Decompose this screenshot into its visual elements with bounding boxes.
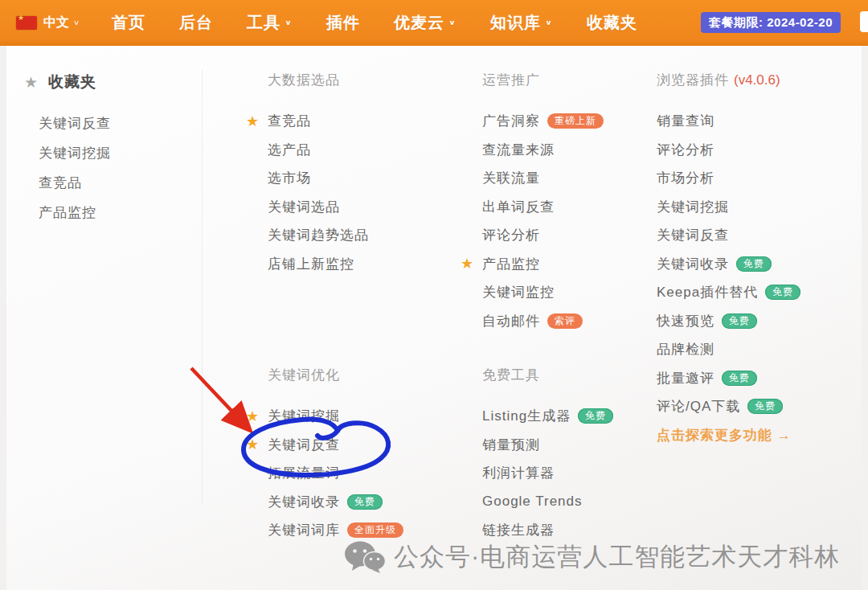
menu-item[interactable]: 关键词反查 bbox=[657, 221, 800, 250]
menu-item[interactable]: 关键词监控 bbox=[482, 278, 604, 307]
menu-item-label: 关联流量 bbox=[482, 169, 540, 187]
menu-item[interactable]: 查流量来源 bbox=[482, 136, 604, 165]
menu-group: 免费工具Listing生成器免费销量预测利润计算器Google Trends链接… bbox=[482, 366, 613, 545]
menu-item[interactable]: 关键词挖掘 bbox=[657, 193, 800, 222]
menu-item-label: 批量邀评 bbox=[657, 369, 714, 387]
star-icon[interactable]: ★ bbox=[246, 408, 260, 425]
top-navigation-bar: 中文 ∨ 首页后台工具∨插件优麦云∨知识库∨收藏夹 套餐期限: 2024-02-… bbox=[0, 0, 868, 46]
favorites-item[interactable]: 关键词反查 bbox=[39, 109, 111, 138]
menu-item[interactable]: Keepa插件替代免费 bbox=[657, 278, 800, 307]
star-icon[interactable]: ★ bbox=[461, 255, 474, 272]
menu-group-title: 免费工具 bbox=[482, 366, 613, 385]
favorites-item[interactable]: 关键词挖掘 bbox=[39, 138, 111, 168]
chevron-down-icon: ∨ bbox=[73, 18, 80, 27]
menu-group-title: 浏览器插件(v4.0.6) bbox=[657, 71, 800, 90]
menu-item-label: 出单词反查 bbox=[482, 198, 555, 216]
menu-item[interactable]: 关键词收录免费 bbox=[657, 250, 800, 279]
menu-item-label: 评论分析 bbox=[482, 226, 540, 244]
menu-item-label: 自动邮件 bbox=[482, 312, 540, 330]
menu-item[interactable]: 选市场 bbox=[268, 164, 369, 193]
favorites-item[interactable]: 产品监控 bbox=[39, 198, 111, 227]
menu-item-label: 链接生成器 bbox=[482, 521, 555, 539]
menu-item[interactable]: 出单词反查 bbox=[482, 193, 604, 222]
nav-item-label: 工具 bbox=[247, 12, 280, 34]
menu-item[interactable]: 自动邮件索评 bbox=[482, 307, 604, 336]
nav-item[interactable]: 首页 bbox=[112, 12, 145, 34]
favorites-item[interactable]: 查竞品 bbox=[39, 168, 111, 198]
nav-item[interactable]: 优麦云∨ bbox=[394, 12, 457, 34]
menu-item[interactable]: Google Trends bbox=[482, 488, 613, 517]
badge: 免费 bbox=[578, 408, 613, 424]
badge: 免费 bbox=[747, 399, 783, 414]
watermark-text: 公众号·电商运营人工智能艺术天才科林 bbox=[394, 540, 840, 574]
menu-item[interactable]: ★查竞品 bbox=[268, 107, 369, 136]
badge: 重磅上新 bbox=[547, 113, 604, 129]
menu-group-title: 运营推广 bbox=[482, 71, 604, 90]
menu-item[interactable]: ★关键词挖掘 bbox=[268, 402, 403, 431]
menu-item-label: Google Trends bbox=[482, 494, 583, 510]
menu-item[interactable]: 广告洞察重磅上新 bbox=[482, 107, 604, 136]
main-nav: 首页后台工具∨插件优麦云∨知识库∨收藏夹 bbox=[112, 12, 637, 34]
menu-item-label: 市场分析 bbox=[657, 169, 714, 187]
star-icon[interactable]: ★ bbox=[246, 436, 260, 453]
menu-item-label: 关键词选品 bbox=[268, 198, 340, 216]
menu-item[interactable]: Listing生成器免费 bbox=[482, 402, 613, 431]
menu-item-label: 关键词趋势选品 bbox=[268, 226, 369, 244]
star-icon: ★ bbox=[24, 73, 38, 92]
menu-item-label: 利润计算器 bbox=[482, 464, 555, 482]
menu-item-label: 关键词挖掘 bbox=[657, 198, 729, 216]
menu-item[interactable]: 选产品 bbox=[268, 136, 369, 165]
menu-item[interactable]: 利润计算器 bbox=[482, 459, 613, 488]
menu-item[interactable]: ★关键词反查 bbox=[268, 431, 403, 460]
nav-item[interactable]: 插件 bbox=[326, 12, 360, 34]
menu-item[interactable]: 评论/QA下载免费 bbox=[657, 392, 800, 421]
menu-item[interactable]: 品牌检测 bbox=[657, 335, 800, 364]
menu-item[interactable]: 关键词选品 bbox=[268, 193, 369, 222]
menu-item[interactable]: 关键词收录免费 bbox=[268, 488, 403, 517]
badge: 免费 bbox=[736, 256, 772, 272]
favorites-list: 关键词反查关键词挖掘查竞品产品监控 bbox=[39, 109, 111, 227]
menu-item[interactable]: 批量邀评免费 bbox=[657, 364, 800, 393]
badge: 免费 bbox=[347, 494, 383, 510]
menu-item-label: 快速预览 bbox=[657, 312, 714, 330]
column-divider bbox=[202, 70, 203, 504]
chevron-down-icon: ∨ bbox=[285, 18, 293, 27]
menu-item[interactable]: 快速预览免费 bbox=[657, 307, 800, 336]
star-icon[interactable]: ★ bbox=[246, 113, 260, 130]
badge: 全面升级 bbox=[347, 522, 403, 538]
menu-item[interactable]: 市场分析 bbox=[657, 164, 800, 193]
menu-item-label: 店铺上新监控 bbox=[268, 255, 354, 273]
menu-item-label: Listing生成器 bbox=[482, 407, 571, 425]
tools-mega-menu: ★ 收藏夹 关键词反查关键词挖掘查竞品产品监控 大数据选品★查竞品选产品选市场关… bbox=[6, 46, 862, 590]
menu-item[interactable]: 评论分析 bbox=[657, 136, 800, 165]
menu-item-label: 拓展流量词 bbox=[268, 464, 340, 482]
menu-item-label: 评论分析 bbox=[657, 141, 714, 159]
nav-item[interactable]: 工具∨ bbox=[247, 12, 293, 34]
menu-group: 运营推广广告洞察重磅上新查流量来源关联流量出单词反查评论分析★产品监控关键词监控… bbox=[482, 71, 604, 335]
menu-item[interactable]: 店铺上新监控 bbox=[268, 250, 369, 279]
menu-item[interactable]: 评论分析 bbox=[482, 221, 604, 250]
menu-item-label: Keepa插件替代 bbox=[657, 283, 758, 301]
nav-item[interactable]: 后台 bbox=[179, 12, 213, 34]
menu-item-label: 关键词反查 bbox=[268, 436, 340, 454]
plan-expiry-badge: 套餐期限: 2024-02-20 bbox=[701, 12, 841, 33]
menu-group: 大数据选品★查竞品选产品选市场关键词选品关键词趋势选品店铺上新监控 bbox=[268, 71, 369, 278]
menu-item[interactable]: 关联流量 bbox=[482, 164, 604, 193]
menu-group: 浏览器插件(v4.0.6)销量查询评论分析市场分析关键词挖掘关键词反查关键词收录… bbox=[657, 71, 800, 449]
menu-item[interactable]: ★产品监控 bbox=[482, 250, 604, 279]
menu-item[interactable]: 销量查询 bbox=[657, 107, 800, 136]
nav-item[interactable]: 知识库∨ bbox=[490, 12, 553, 34]
language-switcher[interactable]: 中文 ∨ bbox=[16, 14, 80, 31]
menu-item-label: 关键词收录 bbox=[657, 255, 729, 273]
plugin-version: (v4.0.6) bbox=[734, 72, 780, 88]
explore-more-link[interactable]: 点击探索更多功能 → bbox=[657, 421, 800, 450]
nav-item-label: 后台 bbox=[179, 12, 213, 34]
menu-item-label: 关键词词库 bbox=[268, 521, 340, 539]
nav-item-label: 收藏夹 bbox=[587, 12, 637, 34]
nav-item[interactable]: 收藏夹 bbox=[587, 12, 637, 34]
menu-item[interactable]: 销量预测 bbox=[482, 431, 613, 460]
menu-item-label: 销量查询 bbox=[657, 112, 714, 130]
menu-item[interactable]: 拓展流量词 bbox=[268, 459, 403, 488]
menu-item-label: 关键词监控 bbox=[482, 283, 555, 301]
menu-item[interactable]: 关键词趋势选品 bbox=[268, 221, 369, 250]
